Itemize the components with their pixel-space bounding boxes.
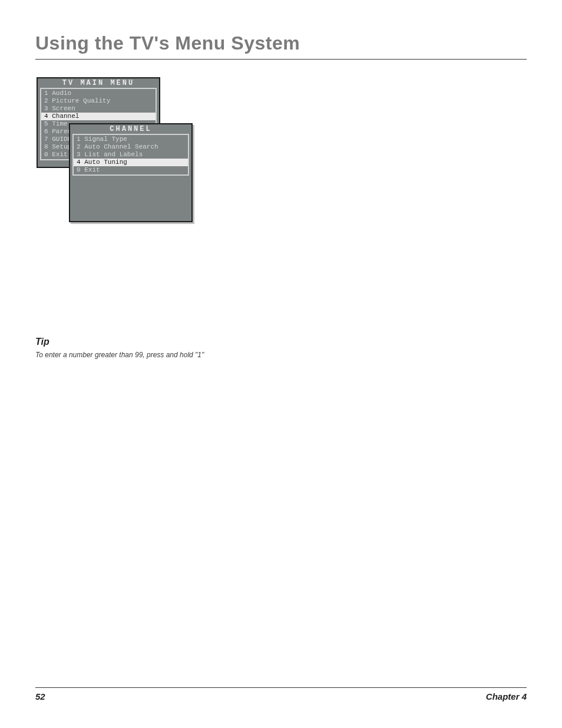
page-title: Using the TV's Menu System xyxy=(35,32,527,60)
menu-item-auto-channel-search[interactable]: 2 Auto Channel Search xyxy=(74,143,188,151)
channel-submenu: CHANNEL 1 Signal Type 2 Auto Channel Sea… xyxy=(69,123,193,222)
tip-text: To enter a number greater than 99, press… xyxy=(35,351,212,360)
page-number: 52 xyxy=(35,691,45,701)
tip-block: Tip To enter a number greater than 99, p… xyxy=(35,337,212,360)
chapter-label: Chapter 4 xyxy=(486,691,527,701)
menu-item-screen[interactable]: 3 Screen xyxy=(41,105,156,113)
menu-item-audio[interactable]: 1 Audio xyxy=(41,90,156,97)
page-footer: 52 Chapter 4 xyxy=(35,687,527,701)
channel-submenu-title: CHANNEL xyxy=(70,124,191,134)
tv-menu-figure: TV MAIN MENU 1 Audio 2 Picture Quality 3… xyxy=(37,77,201,225)
menu-item-list-and-labels[interactable]: 3 List and Labels xyxy=(74,151,188,159)
menu-item-channel[interactable]: 4 Channel xyxy=(41,113,156,120)
menu-item-signal-type[interactable]: 1 Signal Type xyxy=(74,136,188,143)
tv-main-menu-title: TV MAIN MENU xyxy=(38,78,159,88)
menu-item-exit-channel[interactable]: 0 Exit xyxy=(74,166,188,174)
menu-item-auto-tuning[interactable]: 4 Auto Tuning xyxy=(74,159,188,166)
tip-heading: Tip xyxy=(35,337,212,347)
menu-item-picture-quality[interactable]: 2 Picture Quality xyxy=(41,97,156,105)
channel-submenu-list: 1 Signal Type 2 Auto Channel Search 3 Li… xyxy=(72,134,189,176)
